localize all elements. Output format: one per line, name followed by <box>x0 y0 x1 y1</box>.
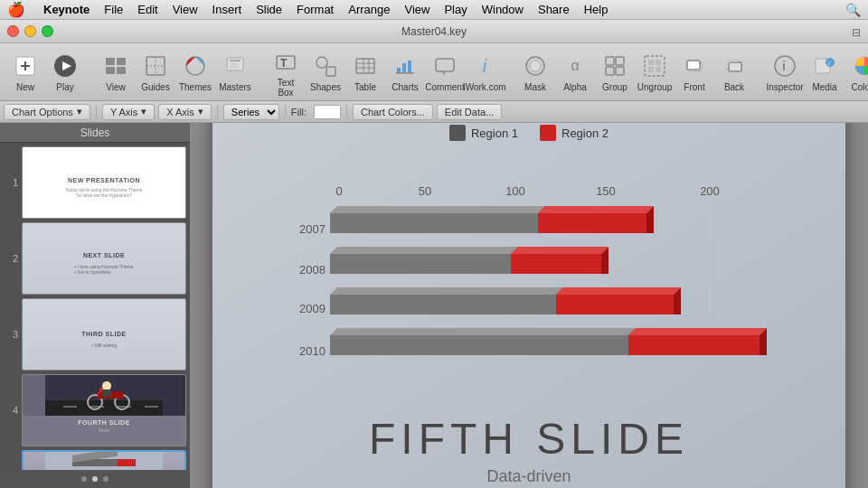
svg-rect-90 <box>330 213 538 233</box>
alpha-button[interactable]: α Alpha <box>557 48 593 96</box>
menu-window[interactable]: Window <box>482 3 524 16</box>
svg-rect-106 <box>330 295 556 314</box>
chart-container[interactable]: 0 50 100 150 200 2007 2008 <box>212 150 845 407</box>
spotlight-icon[interactable]: 🔍 <box>845 3 861 17</box>
back-label: Back <box>724 82 744 92</box>
svg-rect-7 <box>106 67 115 74</box>
view-button[interactable]: View <box>98 48 134 96</box>
back-icon <box>720 52 749 80</box>
textbox-button[interactable]: T Text Box <box>268 43 304 101</box>
svg-text:50: 50 <box>419 184 431 198</box>
slide-thumb-2[interactable]: NEXT SLIDE • I love using Keynote Theme•… <box>22 222 186 295</box>
menu-format[interactable]: Format <box>297 3 334 16</box>
comment-button[interactable]: Comment <box>427 48 463 96</box>
nav-dot-1[interactable] <box>81 476 87 482</box>
chart-options-button[interactable]: Chart Options ▾ <box>4 104 90 120</box>
menu-play[interactable]: Play <box>444 3 467 16</box>
svg-marker-115 <box>330 328 636 335</box>
svg-rect-30 <box>436 59 454 71</box>
menu-insert[interactable]: Insert <box>212 3 242 16</box>
chart-colors-button[interactable]: Chart Colors... <box>353 104 433 120</box>
svg-point-64 <box>102 381 111 390</box>
svg-rect-28 <box>408 61 411 73</box>
comment-icon <box>430 52 459 80</box>
slide-thumb-5[interactable]: FIFTH SLIDE Data-driven <box>22 450 186 470</box>
slide-thumb-1[interactable]: NEW PRESENTATION Today we're using the K… <box>22 146 186 219</box>
slide-thumb-4[interactable]: FOURTH SLIDE finale <box>22 374 186 446</box>
charts-button[interactable]: Charts <box>387 48 423 96</box>
iwork-button[interactable]: i iWork.com <box>467 48 503 96</box>
menu-share[interactable]: Share <box>538 3 570 16</box>
slide-1-title: NEW PRESENTATION <box>66 175 142 185</box>
themes-button[interactable]: Themes <box>177 48 213 96</box>
group-label: Group <box>602 82 627 92</box>
svg-marker-95 <box>538 206 654 213</box>
edit-data-button[interactable]: Edit Data... <box>437 104 502 120</box>
slide-canvas[interactable]: Region 1 Region 2 0 50 100 150 <box>212 123 845 488</box>
menu-view2[interactable]: View <box>404 3 429 16</box>
tb2-sep2 <box>217 105 218 119</box>
svg-marker-119 <box>628 328 767 335</box>
maximize-button[interactable] <box>42 25 53 37</box>
slide-item-5[interactable]: 5 <box>4 450 186 470</box>
group-button[interactable]: Group <box>597 48 633 96</box>
charts-label: Charts <box>392 82 418 92</box>
slide-item-2[interactable]: 2 NEXT SLIDE • I love using Keynote Them… <box>4 222 186 295</box>
sidebar-bottom-nav <box>0 470 190 488</box>
inspector-button[interactable]: i Inspector <box>767 48 803 96</box>
slide-item-4[interactable]: 4 <box>4 374 186 446</box>
x-axis-button[interactable]: X Axis ▾ <box>158 104 212 120</box>
table-button[interactable]: Table <box>347 48 383 96</box>
media-button[interactable]: ♪ Media <box>807 48 843 96</box>
slides-list: 1 NEW PRESENTATION Today we're using the… <box>0 143 190 470</box>
colors-button[interactable]: Colors <box>846 48 868 96</box>
svg-rect-26 <box>397 68 401 73</box>
shapes-icon <box>311 52 340 80</box>
titlebar-right: ⊟ <box>852 23 861 40</box>
svg-rect-118 <box>628 335 760 355</box>
front-button[interactable]: Front <box>676 48 712 96</box>
masters-button[interactable]: Masters <box>217 48 253 96</box>
menu-arrange[interactable]: Arrange <box>348 3 390 16</box>
play-button[interactable]: Play <box>47 48 83 96</box>
series-select[interactable]: Series <box>223 104 279 120</box>
menu-slide[interactable]: Slide <box>256 3 282 16</box>
mask-button[interactable]: Mask <box>517 48 553 96</box>
nav-dot-2[interactable] <box>92 476 98 482</box>
charts-icon <box>391 52 420 80</box>
back-button[interactable]: Back <box>716 48 752 96</box>
slide-item-3[interactable]: 3 THIRD SLIDE • Still waiting <box>4 298 186 371</box>
slides-sidebar: Slides 1 NEW PRESENTATION Today we're us… <box>0 123 190 488</box>
tb2-sep1 <box>96 105 97 119</box>
colors-icon <box>850 52 868 80</box>
svg-rect-105 <box>601 254 609 274</box>
slide-thumb-3[interactable]: THIRD SLIDE • Still waiting <box>22 298 186 371</box>
close-button[interactable] <box>7 25 19 37</box>
legend-region2-box <box>540 125 556 141</box>
svg-point-19 <box>316 57 327 68</box>
apple-menu-icon[interactable]: 🍎 <box>7 1 25 18</box>
svg-rect-42 <box>656 67 661 72</box>
svg-marker-99 <box>330 247 518 254</box>
alpha-label: Alpha <box>563 82 587 92</box>
menu-view[interactable]: View <box>173 3 198 16</box>
svg-rect-27 <box>402 63 406 73</box>
shapes-button[interactable]: Shapes <box>307 48 344 96</box>
guides-button[interactable]: Guides <box>137 48 174 96</box>
slide-item-1[interactable]: 1 NEW PRESENTATION Today we're using the… <box>4 146 186 219</box>
svg-rect-15 <box>230 63 237 65</box>
menu-help[interactable]: Help <box>584 3 609 16</box>
nav-dot-3[interactable] <box>103 476 108 482</box>
svg-marker-103 <box>511 247 609 254</box>
new-button[interactable]: New <box>7 48 43 96</box>
svg-rect-8 <box>117 67 126 74</box>
fill-color-swatch[interactable] <box>314 105 341 119</box>
svg-text:2007: 2007 <box>299 222 326 236</box>
textbox-label: Text Box <box>273 78 298 98</box>
y-axis-button[interactable]: Y Axis ▾ <box>102 104 155 120</box>
colors-label: Colors <box>852 82 868 92</box>
minimize-button[interactable] <box>24 25 36 37</box>
ungroup-button[interactable]: Ungroup <box>637 48 673 96</box>
menu-file[interactable]: File <box>104 3 123 16</box>
menu-edit[interactable]: Edit <box>137 3 157 16</box>
